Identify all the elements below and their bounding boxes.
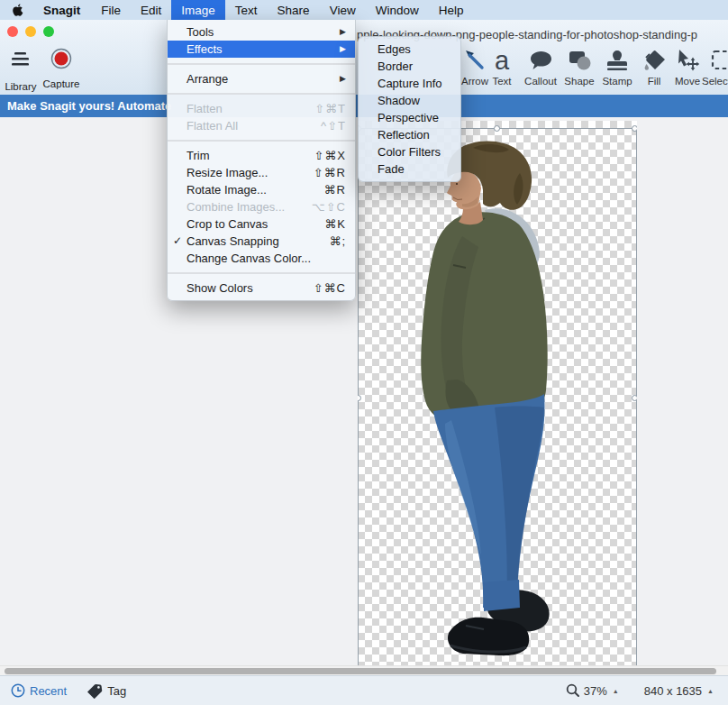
text-tool-label: Text [481, 76, 523, 87]
menu-item-label: Flatten [187, 100, 223, 117]
menu-item-tools[interactable]: Tools ▶ [168, 23, 355, 41]
submenu-arrow-icon: ▶ [340, 70, 346, 87]
menubar-item-window[interactable]: Window [366, 0, 429, 20]
menu-item-change-canvas-color[interactable]: Change Canvas Color... [168, 250, 355, 267]
menu-shortcut: ⇧⌘X [314, 147, 346, 164]
shape-tool-label: Shape [559, 76, 600, 87]
menu-item-resize-image[interactable]: Resize Image... ⇧⌘R [168, 164, 355, 181]
menu-item-label: Change Canvas Color... [187, 250, 311, 267]
recent-label: Recent [30, 684, 67, 698]
status-bar-right: 37% ▲ 840 x 1635 ▲ [566, 683, 728, 698]
submenu-item-fade[interactable]: Fade [359, 160, 460, 178]
tag-button[interactable]: Tag [86, 683, 126, 699]
tag-icon [86, 683, 103, 699]
promo-banner-text: Make Snagit yours! Automate [7, 99, 171, 113]
menu-item-crop-to-canvas[interactable]: Crop to Canvas ⌘K [168, 215, 355, 233]
menubar-item-edit[interactable]: Edit [131, 0, 171, 20]
menu-item-label: Crop to Canvas [187, 215, 268, 233]
selection-tool-icon [702, 45, 728, 72]
tool-stamp[interactable]: Stamp [596, 45, 638, 87]
menu-item-label: Effects [187, 41, 223, 58]
apple-menu[interactable] [0, 0, 32, 20]
person-figure [421, 142, 549, 656]
stamp-tool-icon [596, 45, 638, 72]
selection-handle[interactable] [632, 395, 637, 401]
menu-item-rotate-image[interactable]: Rotate Image... ⌘R [168, 181, 355, 198]
menu-item-flatten: Flatten ⇧⌘T [168, 100, 355, 117]
caret-up-icon: ▲ [613, 688, 619, 694]
submenu-item-capture-info[interactable]: Capture Info [359, 75, 460, 92]
menu-item-label: Combine Images... [187, 198, 285, 215]
submenu-item-shadow[interactable]: Shadow [359, 92, 460, 109]
menubar-item-image[interactable]: Image [171, 0, 225, 20]
close-button[interactable] [7, 26, 18, 37]
status-bar-left: Recent Tag [0, 683, 126, 699]
menu-shortcut: ⌘R [324, 181, 346, 198]
menu-item-label: Flatten All [187, 117, 238, 134]
menu-separator [168, 93, 355, 95]
menu-shortcut: ⇧⌘T [314, 100, 346, 117]
menu-item-combine-images: Combine Images... ⌥⇧C [168, 198, 355, 215]
menubar-item-snagit[interactable]: Snagit [32, 0, 91, 20]
submenu-item-edges[interactable]: Edges [359, 41, 460, 58]
menu-shortcut: ^⇧T [321, 117, 346, 134]
checkmark-icon: ✓ [173, 233, 182, 250]
menubar-item-view[interactable]: View [320, 0, 366, 20]
menu-item-trim[interactable]: Trim ⇧⌘X [168, 147, 355, 164]
submenu-item-color-filters[interactable]: Color Filters [359, 143, 460, 160]
stamp-tool-label: Stamp [596, 76, 638, 87]
library-button[interactable]: Library [2, 45, 40, 92]
menu-separator [168, 140, 355, 142]
selection-handle[interactable] [494, 125, 500, 132]
canvas[interactable] [358, 121, 637, 665]
menubar-item-share[interactable]: Share [268, 0, 320, 20]
callout-tool-label: Callout [520, 76, 561, 87]
capture-button[interactable]: Capture [40, 45, 83, 89]
status-bar: Recent Tag 37% ▲ 840 x 1635 ▲ [0, 675, 728, 705]
tool-selection[interactable]: Selection [702, 45, 728, 87]
submenu-item-perspective[interactable]: Perspective [359, 109, 460, 126]
menu-item-label: Tools [187, 23, 214, 41]
submenu-arrow-icon: ▶ [340, 23, 346, 41]
canvas-dimensions-dropdown[interactable]: 840 x 1635 [644, 684, 702, 698]
menu-separator [168, 63, 355, 65]
callout-tool-icon [520, 45, 561, 72]
horizontal-scrollbar[interactable] [0, 665, 728, 675]
menubar-item-file[interactable]: File [91, 0, 131, 20]
menu-item-label: Rotate Image... [187, 181, 267, 198]
menu-item-canvas-snapping[interactable]: ✓ Canvas Snapping ⌘; [168, 233, 355, 250]
submenu-item-border[interactable]: Border [359, 58, 460, 75]
horizontal-scrollbar-thumb[interactable] [5, 668, 716, 674]
minimize-button[interactable] [25, 26, 36, 37]
selection-handle[interactable] [632, 125, 637, 132]
zoom-level-dropdown[interactable]: 37% [584, 684, 607, 698]
tag-label: Tag [107, 684, 126, 698]
menu-item-show-colors[interactable]: Show Colors ⇧⌘C [168, 279, 355, 297]
apple-logo-icon [11, 3, 23, 17]
zoom-button[interactable] [43, 26, 54, 37]
text-tool-icon: a [481, 45, 523, 72]
zoom-magnifier-icon [566, 683, 580, 698]
selection-tool-label: Selection [702, 76, 728, 87]
menu-item-arrange[interactable]: Arrange ▶ [168, 70, 355, 87]
submenu-item-reflection[interactable]: Reflection [359, 126, 460, 143]
caret-up-icon: ▲ [707, 688, 714, 694]
tool-callout[interactable]: Callout [520, 45, 561, 87]
tool-shape[interactable]: Shape [559, 45, 600, 87]
menu-item-label: Canvas Snapping [187, 233, 279, 250]
menubar-item-text[interactable]: Text [225, 0, 268, 20]
menubar-item-help[interactable]: Help [429, 0, 474, 20]
recent-button[interactable]: Recent [11, 683, 67, 698]
image-menu-dropdown: Tools ▶ Effects ▶ Arrange ▶ Flatten ⇧⌘T … [167, 20, 356, 301]
menu-shortcut: ⌘; [329, 233, 346, 250]
menu-shortcut: ⌘K [324, 215, 346, 233]
menu-item-effects[interactable]: Effects ▶ [168, 41, 355, 58]
menu-separator [168, 272, 355, 274]
menu-item-flatten-all: Flatten All ^⇧T [168, 117, 355, 134]
menu-item-label: Resize Image... [187, 164, 268, 181]
tool-text[interactable]: a Text [481, 45, 523, 87]
menu-item-label: Arrange [187, 70, 228, 87]
effects-submenu: Edges Border Capture Info Shadow Perspec… [358, 36, 461, 182]
menu-shortcut: ⇧⌘C [314, 279, 346, 297]
canvas-image-person[interactable] [358, 121, 637, 665]
